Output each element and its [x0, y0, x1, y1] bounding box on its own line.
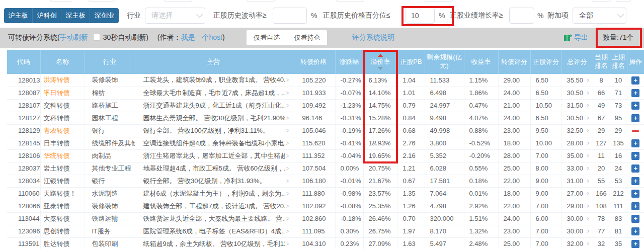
add-to-watchlist-button[interactable]: + — [631, 240, 639, 248]
table-row[interactable]: 128034江银转债银行银行全部。 营收30亿级别，净利31.93%。>106.… — [7, 175, 644, 187]
tab-深创业[interactable]: 深创业 — [90, 8, 119, 23]
table-row[interactable]: 128013洪涛转债装修装饰工装龙头，建筑装饰9成，职业教育1成。 营收40..… — [7, 74, 644, 87]
industry-select[interactable]: 请选择 — [145, 8, 205, 24]
table-row[interactable]: 113044大秦转债铁路运输铁路货运龙头近全部，大秦线为最主要线路。 营...>… — [7, 212, 644, 225]
add-to-watchlist-button[interactable]: + — [631, 164, 639, 173]
column-header-涨跌幅[interactable]: 涨跌幅 — [335, 50, 363, 74]
expand-chevron-icon[interactable]: > — [287, 165, 289, 172]
table-row[interactable]: 128087孚日转债棉纺全球最大毛巾制造商，毛巾近7成，床品超1成，...>10… — [7, 87, 644, 99]
score-detail-chevron-icon[interactable]: > — [587, 203, 589, 210]
table-row[interactable]: 113591胜达转债包装印刷纸箱超9成，余主为纸板。 营收10亿级别，毛利11.… — [7, 237, 644, 249]
cell-code: 113591 — [7, 237, 40, 249]
score-detail-chevron-icon[interactable]: > — [587, 190, 589, 197]
table-row[interactable]: 128129青农转债银行银行全部。 营收100亿级别，净利31.11%。>105… — [7, 124, 644, 137]
sort-asc-icon[interactable] — [378, 54, 383, 57]
add-to-watchlist-button[interactable]: + — [631, 227, 639, 235]
addon-select[interactable]: 全部 — [573, 8, 626, 24]
export-button[interactable]: 导出 — [564, 33, 588, 42]
only-selected-button[interactable]: 仅看自选 — [247, 30, 287, 45]
cell-rank-current: 29 — [593, 124, 610, 137]
score-detail-chevron-icon[interactable]: > — [587, 140, 589, 147]
column-header-正股评分[interactable]: 正股评分 — [530, 50, 561, 74]
table-row[interactable]: 128145日丰转债线缆部件及其他空调连接线组件超4成，余特种装备电缆和小家电.… — [7, 137, 644, 149]
author-link[interactable]: 我是一个host — [181, 33, 222, 41]
expand-chevron-icon[interactable]: > — [287, 228, 289, 235]
tab-深主板[interactable]: 深主板 — [61, 8, 90, 23]
table-row[interactable]: 128066亚泰转债装修装饰建筑装饰全部，工程超7成，设计近3成。 营收20..… — [7, 200, 644, 212]
manual-refresh-link[interactable]: 手动刷新 — [60, 33, 88, 41]
column-header-操作[interactable]: 操作 — [627, 50, 644, 74]
column-header-剩余规模(亿元)[interactable]: 剩余规模(亿元) — [425, 50, 464, 74]
score-detail-chevron-icon[interactable]: > — [587, 178, 589, 185]
add-to-watchlist-button[interactable]: + — [631, 102, 639, 110]
table-row[interactable]: 128127文科转债园林工程园林生态景观全部。 营收30亿级别，毛利21.90%… — [7, 112, 644, 124]
expand-chevron-icon[interactable]: > — [287, 76, 289, 84]
expand-chevron-icon[interactable]: > — [287, 127, 289, 134]
tab-沪科创[interactable]: 沪科创 — [33, 8, 61, 23]
expand-chevron-icon[interactable]: > — [287, 115, 289, 122]
add-to-watchlist-button[interactable]: + — [631, 152, 639, 160]
add-to-watchlist-button[interactable]: + — [631, 202, 639, 210]
score-detail-chevron-icon[interactable]: > — [587, 115, 589, 122]
growth-input[interactable] — [509, 8, 534, 24]
auto-refresh-checkbox[interactable] — [93, 34, 100, 41]
table-row[interactable]: 128107交科转债路桥施工浙江交通基建龙头9成，化工近1成（前身江山化...>… — [7, 99, 644, 112]
expand-chevron-icon[interactable]: > — [287, 152, 289, 159]
score-detail-chevron-icon[interactable]: > — [587, 102, 589, 109]
column-header-行业[interactable]: 行业 — [85, 50, 135, 74]
add-to-watchlist-button[interactable]: + — [631, 139, 639, 147]
add-to-watchlist-button[interactable]: + — [631, 177, 639, 185]
column-header-转债评分[interactable]: 转债评分 — [498, 50, 530, 74]
column-header-溢价率[interactable]: 溢价率 — [363, 50, 397, 74]
column-header-名称[interactable]: 名称 — [40, 50, 85, 74]
volatility-input[interactable] — [273, 8, 307, 24]
expand-chevron-icon[interactable]: > — [287, 90, 289, 97]
sort-desc-icon[interactable] — [378, 67, 383, 70]
expand-chevron-icon[interactable]: > — [287, 190, 289, 197]
score-detail-chevron-icon[interactable]: > — [587, 165, 589, 172]
only-held-button[interactable]: 仅看持仓 — [287, 30, 327, 45]
score-detail-chevron-icon[interactable]: > — [587, 127, 589, 134]
table-row[interactable]: 128106华统转债肉制品浙江生猪屠宰龙头，屠宰加工近全部，其中生猪超...>1… — [7, 149, 644, 162]
cell-pb: 0.68 — [397, 124, 425, 137]
column-header-收益率[interactable]: 收益率 — [464, 50, 498, 74]
score-detail-chevron-icon[interactable]: > — [587, 240, 589, 247]
score-detail-chevron-icon[interactable]: > — [587, 152, 589, 159]
score-help-link[interactable]: 评分系统说明 — [352, 33, 394, 42]
table-row[interactable]: 123096思创转债IT服务医院管理系统6成，电子标签（EAS&RFID）4成.… — [7, 225, 644, 237]
table-row[interactable]: 128037岩土转债其他专业工程地基处理超4成，市政工程5成。 营收60亿级别，… — [7, 162, 644, 175]
cell-rank-previous: 29 — [610, 124, 627, 137]
column-header-主营[interactable]: 主营 — [135, 50, 292, 74]
column-header-上期排名[interactable]: 上期排名 — [610, 50, 627, 74]
column-header-代码[interactable]: 代码 — [7, 50, 40, 74]
filter-bar: 沪主板沪科创深主板深创业 行业 请选择 正股历史波动率≥ % 正股历史价格百分位… — [0, 3, 644, 28]
total-score-value: 32.00 — [567, 240, 584, 247]
tab-沪主板[interactable]: 沪主板 — [4, 8, 33, 23]
column-header-转债价格[interactable]: 转债价格 — [292, 50, 335, 74]
add-to-watchlist-button[interactable]: + — [631, 215, 639, 223]
expand-chevron-icon[interactable]: > — [287, 203, 289, 210]
cell-change: -0.41% — [335, 137, 363, 149]
add-to-watchlist-button[interactable]: + — [631, 76, 639, 85]
score-detail-chevron-icon[interactable]: > — [587, 228, 589, 235]
cell-rank-current: 166 — [593, 187, 610, 200]
percentile-input[interactable] — [406, 8, 435, 24]
expand-chevron-icon[interactable]: > — [287, 102, 289, 109]
table-row[interactable]: 110060天路转债！水泥制造建材6成（水泥混凝土为主），利润9成，剩余为...… — [7, 187, 644, 200]
cell-rank-current: 78 — [593, 212, 610, 225]
cell-remaining-size: 6.028 — [425, 162, 464, 175]
score-detail-chevron-icon[interactable]: > — [587, 215, 589, 222]
column-header-总评分[interactable]: 总评分 — [561, 50, 593, 74]
add-to-watchlist-button[interactable]: + — [631, 114, 639, 122]
score-detail-chevron-icon[interactable]: > — [587, 77, 589, 84]
add-to-watchlist-button[interactable]: + — [631, 89, 639, 97]
expand-chevron-icon[interactable]: > — [287, 140, 289, 147]
remove-from-watchlist-button[interactable] — [632, 130, 639, 132]
column-header-当期排名[interactable]: 当期排名 — [593, 50, 610, 74]
add-to-watchlist-button[interactable]: + — [631, 190, 639, 198]
expand-chevron-icon[interactable]: > — [287, 178, 289, 185]
expand-chevron-icon[interactable]: > — [287, 215, 289, 222]
score-detail-chevron-icon[interactable]: > — [587, 90, 589, 97]
column-header-正股PB[interactable]: 正股PB — [397, 50, 425, 74]
expand-chevron-icon[interactable]: > — [287, 240, 289, 247]
